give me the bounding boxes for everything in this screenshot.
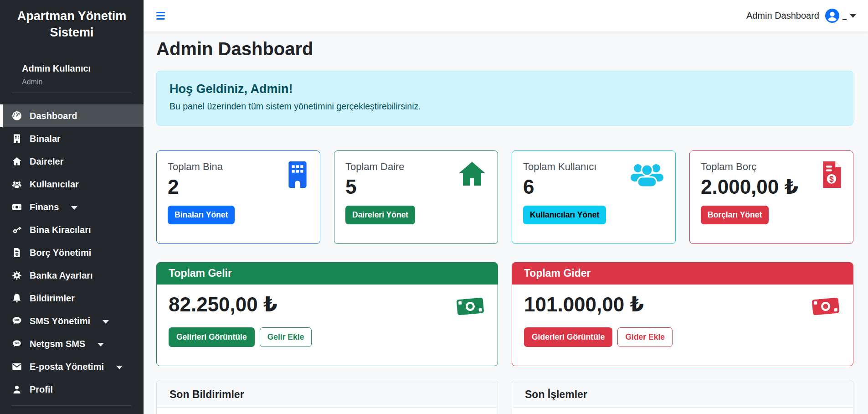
sidebar-item-label: Binalar: [30, 134, 61, 144]
sidebar-item-label: Netgsm SMS: [30, 339, 85, 349]
welcome-alert: Hoş Geldiniz, Admin! Bu panel üzerinden …: [156, 71, 853, 126]
key-icon: [11, 224, 23, 236]
sms-icon: SMS: [11, 315, 23, 327]
sidebar-item-label: Bina Kiracıları: [30, 225, 91, 235]
stat-card-toplam-kullanici: Toplam Kullanıcı 6 Kullanıcıları Yönet: [512, 150, 676, 244]
manage-users-button[interactable]: Kullanıcıları Yönet: [523, 206, 606, 224]
sidebar-divider: [12, 93, 132, 93]
money-icon: [11, 201, 23, 213]
building-icon: [11, 133, 23, 145]
home-icon: [11, 155, 23, 167]
finance-buttons: Gelirleri Görüntüle Gelir Ekle: [169, 327, 486, 347]
users-icon: [11, 178, 23, 190]
home-icon: [457, 161, 487, 186]
sidebar-item-eposta-yonetimi[interactable]: E-posta Yönetimi: [0, 355, 144, 378]
sidebar-item-label: Finans: [30, 202, 59, 212]
sidebar-item-daireler[interactable]: Daireler: [0, 150, 144, 173]
finance-card-header: Toplam Gider: [512, 263, 853, 285]
finance-card-toplam-gelir: Toplam Gelir 82.250,00 ₺ Gelirleri Görün…: [156, 262, 498, 366]
sidebar-item-bina-kiracilari[interactable]: Bina Kiracıları: [0, 218, 144, 241]
sidebar-item-bildirimler[interactable]: Bildirimler: [0, 287, 144, 310]
manage-buildings-button[interactable]: Binaları Yönet: [168, 206, 235, 224]
user-role: Admin: [22, 78, 144, 86]
building-icon: [286, 161, 309, 188]
sidebar: Apartman Yönetim Sistemi Admin Kullanıcı…: [0, 0, 144, 414]
topbar-title: Admin Dashboard: [746, 10, 819, 21]
recent-card-title: Son İşlemler: [512, 380, 853, 408]
money-bill-icon: [811, 295, 840, 317]
svg-text:$: $: [829, 175, 834, 184]
caret-down-icon: [71, 206, 77, 210]
sidebar-divider: [12, 405, 132, 406]
welcome-alert-heading: Hoş Geldiniz, Admin!: [169, 82, 840, 96]
caret-down-icon: [103, 320, 109, 324]
stat-card-toplam-bina: Toplam Bina 2 Binaları Yönet: [156, 150, 320, 244]
sidebar-item-label: Profil: [30, 384, 53, 395]
users-icon: [630, 161, 664, 187]
sidebar-item-label: Kullanıcılar: [30, 179, 79, 190]
sidebar-item-binalar[interactable]: Binalar: [0, 127, 144, 150]
user-avatar-icon[interactable]: [825, 9, 839, 23]
finance-row: Toplam Gelir 82.250,00 ₺ Gelirleri Görün…: [156, 262, 853, 366]
sidebar-item-finans[interactable]: Finans: [0, 196, 144, 218]
stat-card-toplam-daire: Toplam Daire 5 Daireleri Yönet: [334, 150, 498, 244]
link-underline: [842, 19, 847, 20]
recent-card-title: Son Bildirimler: [157, 380, 498, 408]
person-icon: [11, 383, 23, 395]
svg-text:$: $: [16, 253, 18, 256]
view-incomes-button[interactable]: Gelirleri Görüntüle: [169, 327, 255, 347]
sms-icon: SMS: [11, 338, 23, 350]
sidebar-item-label: Bildirimler: [30, 293, 75, 304]
topbar-right: Admin Dashboard: [746, 9, 856, 23]
invoice-icon: $: [11, 247, 23, 259]
gear-icon: [11, 269, 23, 281]
recent-transactions-card: Son İşlemler: [512, 380, 853, 414]
sidebar-item-kullanicilar[interactable]: Kullanıcılar: [0, 173, 144, 196]
app-title: Apartman Yönetim Sistemi: [0, 0, 144, 41]
sidebar-item-label: SMS Yönetimi: [30, 316, 90, 326]
manage-apartments-button[interactable]: Daireleri Yönet: [345, 206, 415, 224]
sidebar-item-label: Daireler: [30, 156, 64, 167]
finance-card-toplam-gider: Toplam Gider 101.000,00 ₺ Giderleri Görü…: [512, 262, 853, 366]
caret-down-icon: [116, 366, 123, 369]
welcome-alert-text: Bu panel üzerinden tüm sistem yönetimini…: [169, 101, 840, 112]
sidebar-item-banka-ayarlari[interactable]: Banka Ayarları: [0, 264, 144, 287]
manage-debts-button[interactable]: Borçları Yönet: [701, 206, 769, 224]
main-content: Admin Dashboard Hoş Geldiniz, Admin! Bu …: [144, 31, 868, 414]
add-expense-button[interactable]: Gider Ekle: [617, 327, 673, 347]
sidebar-item-sms-yonetimi[interactable]: SMS SMS Yönetimi: [0, 310, 144, 332]
sidebar-item-label: E-posta Yönetimi: [30, 362, 104, 372]
finance-value: 82.250,00 ₺: [169, 294, 486, 316]
add-income-button[interactable]: Gelir Ekle: [260, 327, 312, 347]
sidebar-menu: Dashboard Binalar Daireler Kullanıcılar …: [0, 104, 144, 401]
sidebar-item-borc-yonetimi[interactable]: $ Borç Yönetimi: [0, 241, 144, 264]
svg-text:SMS: SMS: [15, 342, 19, 345]
finance-card-body: 101.000,00 ₺ Giderleri Görüntüle Gider E…: [512, 285, 853, 356]
sidebar-item-label: Borç Yönetimi: [30, 248, 91, 258]
invoice-dollar-icon: $: [821, 161, 842, 188]
stat-card-toplam-borc: Toplam Borç 2.000,00 ₺ Borçları Yönet $: [689, 150, 853, 244]
hamburger-icon[interactable]: [156, 12, 165, 20]
bell-icon: [11, 292, 23, 304]
recent-row: Son Bildirimler Son İşlemler: [156, 380, 853, 414]
user-name: Admin Kullanıcı: [22, 63, 144, 74]
money-bill-icon: [456, 295, 485, 317]
caret-down-icon[interactable]: [850, 14, 856, 18]
svg-text:SMS: SMS: [15, 319, 20, 322]
envelope-icon: [11, 361, 23, 373]
page-title: Admin Dashboard: [156, 39, 853, 59]
sidebar-item-netgsm-sms[interactable]: SMS Netgsm SMS: [0, 332, 144, 355]
finance-value: 101.000,00 ₺: [524, 294, 841, 316]
caret-down-icon: [98, 343, 104, 347]
sidebar-user-block: Admin Kullanıcı Admin: [0, 63, 144, 86]
view-expenses-button[interactable]: Giderleri Görüntüle: [524, 327, 612, 347]
finance-card-body: 82.250,00 ₺ Gelirleri Görüntüle Gelir Ek…: [157, 285, 498, 356]
sidebar-item-label: Dashboard: [30, 111, 77, 121]
finance-card-header: Toplam Gelir: [157, 263, 498, 285]
sidebar-item-dashboard[interactable]: Dashboard: [0, 104, 144, 127]
gauge-icon: [11, 110, 23, 122]
sidebar-item-label: Banka Ayarları: [30, 270, 93, 281]
recent-notifications-card: Son Bildirimler: [156, 380, 498, 414]
finance-buttons: Giderleri Görüntüle Gider Ekle: [524, 327, 841, 347]
sidebar-item-profil[interactable]: Profil: [0, 378, 144, 401]
